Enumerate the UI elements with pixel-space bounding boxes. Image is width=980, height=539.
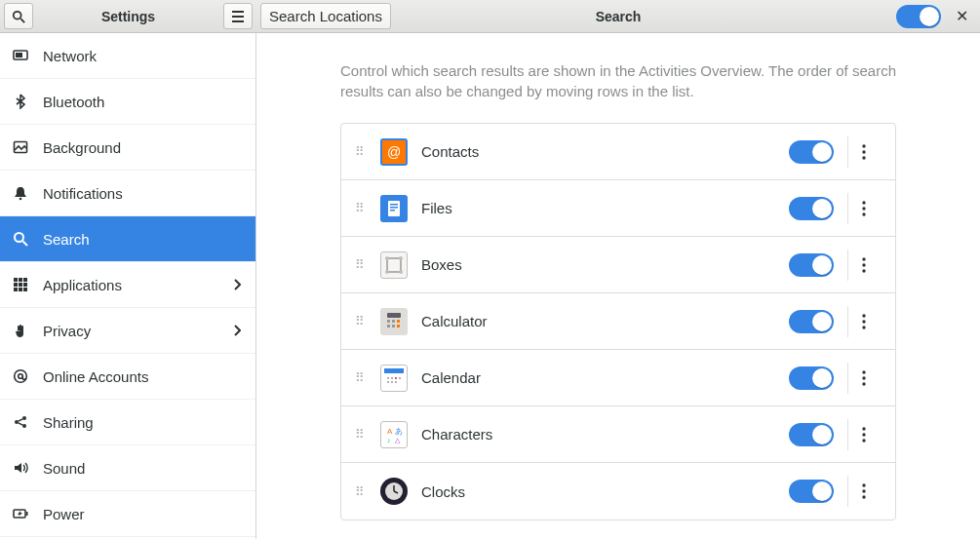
drag-handle-icon[interactable]: ⠿ (355, 432, 367, 437)
app-label: Clocks (421, 483, 775, 500)
svg-point-0 (14, 11, 21, 19)
row-switch[interactable] (789, 366, 834, 390)
share-icon (12, 413, 29, 431)
svg-point-78 (862, 483, 865, 486)
sidebar-item-bluetooth[interactable]: Bluetooth (0, 79, 255, 125)
sidebar-item-applications[interactable]: Applications (0, 262, 255, 308)
sidebar-item-label: Background (43, 139, 244, 156)
sidebar-item-online-accounts[interactable]: Online Accounts (0, 354, 255, 400)
sidebar-item-label: Search (43, 231, 244, 248)
chevron-right-icon (230, 279, 244, 290)
sidebar-item-sharing[interactable]: Sharing (0, 400, 255, 445)
svg-point-24 (22, 424, 26, 428)
more-vertical-icon (862, 314, 866, 329)
more-button[interactable] (862, 144, 882, 160)
more-button[interactable] (862, 314, 882, 329)
sidebar-item-network[interactable]: Network (0, 33, 255, 79)
drag-handle-icon[interactable]: ⠿ (355, 206, 367, 211)
row-switch[interactable] (789, 310, 834, 333)
more-button[interactable] (862, 257, 882, 273)
master-switch[interactable] (896, 5, 941, 28)
grid-icon (12, 276, 29, 293)
more-vertical-icon (862, 201, 866, 216)
svg-point-59 (391, 377, 393, 379)
sidebar-item-power[interactable]: Power (0, 491, 255, 537)
drag-handle-icon[interactable]: ⠿ (355, 489, 367, 494)
svg-point-9 (15, 233, 23, 242)
more-vertical-icon (862, 427, 866, 443)
svg-point-63 (391, 381, 393, 383)
sidebar-item-privacy[interactable]: Privacy (0, 308, 255, 354)
sidebar-item-background[interactable]: Background (0, 125, 255, 171)
more-button[interactable] (862, 427, 882, 443)
row-switch[interactable] (789, 423, 834, 446)
svg-point-31 (862, 156, 865, 159)
close-button[interactable]: ✕ (947, 2, 976, 31)
svg-point-62 (387, 381, 389, 383)
more-button[interactable] (862, 370, 882, 386)
bell-icon (12, 184, 29, 202)
svg-point-43 (399, 270, 403, 274)
sidebar-item-sound[interactable]: Sound (0, 445, 255, 491)
app-icon: @ (380, 138, 408, 166)
close-icon: ✕ (956, 7, 968, 25)
svg-rect-11 (14, 278, 18, 282)
list-item: ⠿Boxes (341, 237, 895, 293)
svg-rect-14 (14, 283, 18, 287)
sidebar-item-search[interactable]: Search (0, 216, 255, 262)
search-locations-button[interactable]: Search Locations (260, 3, 391, 29)
svg-rect-35 (390, 210, 395, 212)
app-label: Calendar (421, 369, 775, 386)
app-icon (380, 251, 408, 279)
svg-rect-48 (387, 320, 390, 323)
sidebar-item-notifications[interactable]: Notifications (0, 171, 255, 216)
search-locations-label: Search Locations (269, 8, 382, 24)
app-icon (380, 478, 408, 505)
drag-handle-icon[interactable]: ⠿ (355, 262, 367, 267)
search-button[interactable] (4, 3, 33, 29)
chevron-right-icon (230, 325, 244, 336)
svg-rect-52 (392, 325, 395, 327)
headerbar-right: Search Locations Search ✕ (256, 0, 980, 32)
drag-handle-icon[interactable]: ⠿ (355, 375, 367, 380)
svg-line-26 (19, 423, 23, 425)
description: Control which search results are shown i… (340, 60, 896, 101)
svg-rect-51 (387, 325, 390, 327)
row-switch[interactable] (789, 140, 834, 164)
sidebar-item-label: Privacy (43, 323, 216, 339)
menu-button[interactable] (223, 3, 253, 29)
svg-point-73 (862, 433, 865, 436)
list-item: ⠿@Contacts (341, 124, 895, 180)
svg-line-10 (23, 242, 28, 247)
sidebar-item-label: Applications (43, 277, 216, 293)
svg-rect-19 (23, 288, 27, 291)
svg-rect-28 (26, 512, 28, 516)
more-vertical-icon (862, 370, 866, 386)
list-item: ⠿Calendar (341, 350, 895, 406)
row-switch[interactable] (789, 197, 834, 220)
svg-rect-18 (19, 288, 22, 291)
row-switch[interactable] (789, 253, 834, 277)
svg-point-8 (20, 198, 22, 201)
more-button[interactable] (862, 201, 882, 216)
more-vertical-icon (862, 144, 866, 160)
more-button[interactable] (862, 483, 882, 499)
svg-point-22 (15, 420, 19, 424)
svg-point-79 (862, 489, 865, 492)
svg-rect-17 (14, 288, 18, 291)
list-item: ⠿Files (341, 180, 895, 237)
svg-rect-13 (23, 278, 27, 282)
svg-text:あ: あ (395, 427, 403, 436)
svg-point-66 (862, 376, 865, 379)
list-item: ⠿Aあ♪△Characters (341, 406, 895, 463)
row-switch[interactable] (789, 480, 834, 503)
bluetooth-icon (12, 93, 29, 110)
hand-icon (12, 322, 29, 339)
svg-point-40 (385, 256, 389, 260)
svg-point-36 (862, 201, 865, 204)
drag-handle-icon[interactable]: ⠿ (355, 149, 367, 154)
app-icon (380, 308, 408, 335)
sidebar-item-label: Sharing (43, 414, 244, 431)
drag-handle-icon[interactable]: ⠿ (355, 319, 367, 324)
svg-point-64 (395, 381, 397, 383)
